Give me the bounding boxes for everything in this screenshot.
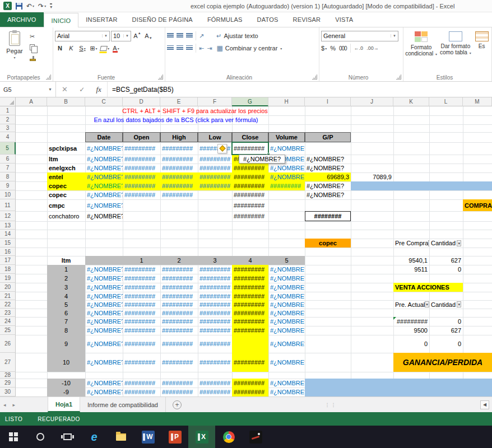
excel-taskbar-button[interactable]: X <box>188 426 215 448</box>
cell-C25[interactable]: #¿NOMBRE? <box>85 326 123 335</box>
cell-G29[interactable]: ######### <box>232 379 268 388</box>
hscroll-left-button[interactable]: ◀ <box>480 400 489 409</box>
cell-L26[interactable]: 0 <box>429 335 463 353</box>
number-format-combo[interactable]: General▼ <box>321 31 398 41</box>
cell-C8[interactable]: #¿NOMBRE? <box>85 172 123 181</box>
cell-H25[interactable]: #¿NOMBRE? <box>268 326 305 335</box>
row-header-10[interactable]: 10 <box>0 190 16 199</box>
cell-E27[interactable]: ######### <box>160 353 198 372</box>
ribbon-tab-insertar[interactable]: INSERTAR <box>78 12 124 27</box>
cell-C4[interactable]: Date <box>85 132 123 142</box>
increase-indent-icon[interactable]: ⇥ <box>207 45 212 52</box>
cell-D20[interactable]: ######### <box>123 283 160 292</box>
cell-C22[interactable]: #¿NOMBRE? <box>85 300 123 309</box>
orientation-icon[interactable]: ↗ <box>199 32 204 40</box>
column-header-D[interactable]: D <box>123 97 160 106</box>
row-header-9[interactable]: 9 <box>0 181 16 190</box>
cell-C23[interactable]: #¿NOMBRE? <box>85 309 123 317</box>
cell-C17[interactable] <box>85 256 123 265</box>
cell-K24[interactable]: ######### <box>393 317 429 326</box>
cell-C18[interactable]: #¿NOMBRE? <box>85 265 123 274</box>
cell-L22[interactable]: Cantidad▾ <box>429 300 463 309</box>
font-size-combo[interactable]: 10▼ <box>111 31 131 41</box>
cell-D27[interactable]: ######### <box>123 353 160 372</box>
cell-G10[interactable]: ######### <box>232 190 268 199</box>
cell-G22[interactable]: ######### <box>232 300 268 309</box>
column-header-M[interactable]: M <box>463 97 492 106</box>
cell-G17[interactable]: 4 <box>232 256 268 265</box>
cell-G19[interactable]: ######### <box>232 274 268 283</box>
cell-F21[interactable]: ######### <box>198 292 232 300</box>
cell-I4[interactable]: G/P <box>305 132 351 142</box>
cell-E29[interactable]: ######### <box>160 379 198 388</box>
cell-C1[interactable]: CTRL + ALT + SHIFT + F9 para actualizar … <box>85 106 305 115</box>
cell-H30[interactable]: #¿NOMBRE? <box>268 388 305 396</box>
comma-format-button[interactable]: 000 <box>339 45 347 52</box>
cell-C7[interactable]: #¿NOMBRE? <box>85 164 123 172</box>
cell-F9[interactable]: ######### <box>198 181 232 190</box>
cell-H8[interactable]: #¿NOMBRE? <box>268 172 305 181</box>
cell-I12[interactable]: ######## <box>305 211 351 221</box>
cell-J8[interactable]: 7089,9 <box>351 172 393 181</box>
cell-I10[interactable]: #¿NOMBRE? <box>305 190 351 199</box>
cell-I15[interactable]: copec <box>305 239 351 248</box>
cell-F6[interactable]: ######### <box>198 155 232 164</box>
ribbon-tab-archivo[interactable]: ARCHIVO <box>0 12 44 27</box>
cell-K27[interactable]: GANANCIA/PERDIDA <box>393 353 492 372</box>
cell-B26[interactable]: 9 <box>47 335 85 353</box>
cell-C5[interactable]: #¿NOMBRE? <box>85 142 123 155</box>
cell-G9[interactable]: ######### <box>232 181 268 190</box>
cell-L15[interactable]: Cantidad▾ <box>429 239 463 248</box>
cell-I29[interactable] <box>305 379 492 388</box>
row-header-8[interactable]: 8 <box>0 172 16 181</box>
column-header-H[interactable]: H <box>268 97 305 106</box>
cell-D4[interactable]: Open <box>123 132 160 142</box>
error-smarttag-icon[interactable] <box>217 144 227 153</box>
search-button[interactable] <box>27 426 54 448</box>
cell-D10[interactable]: ######### <box>123 190 160 199</box>
cell-H4[interactable]: Volume <box>268 132 305 142</box>
cell-L24[interactable]: 0 <box>429 317 463 326</box>
select-all-corner[interactable] <box>0 97 16 106</box>
align-center-icon[interactable] <box>177 45 183 51</box>
cell-B27[interactable]: 10 <box>47 353 85 372</box>
cell-B21[interactable]: 4 <box>47 292 85 300</box>
font-name-combo[interactable]: Arial▼ <box>55 31 110 41</box>
name-box[interactable]: G5 ▼ <box>0 82 56 97</box>
cell-B24[interactable]: 7 <box>47 317 85 326</box>
cell-D19[interactable]: ######### <box>123 274 160 283</box>
qat-customize-icon[interactable]: ▾ <box>50 3 52 9</box>
cell-F7[interactable]: ######### <box>198 164 232 172</box>
align-left-icon[interactable] <box>167 45 174 51</box>
cell-G24[interactable]: ######### <box>232 317 268 326</box>
cell-B8[interactable]: entel <box>47 172 85 181</box>
cell-styles-button[interactable]: Es <box>474 30 490 72</box>
cell-D24[interactable]: ######### <box>123 317 160 326</box>
row-header-24[interactable]: 24 <box>0 317 16 326</box>
cell-H19[interactable]: #¿NOMBRE? <box>268 274 305 283</box>
cell-C11[interactable]: #¿NOMBRE? <box>85 199 123 211</box>
cell-F27[interactable]: ######### <box>198 353 232 372</box>
row-header-14[interactable]: 14 <box>0 230 16 239</box>
cell-G30[interactable]: ######### <box>232 388 268 396</box>
column-header-A[interactable]: A <box>16 97 47 106</box>
cell-E6[interactable]: ######### <box>160 155 198 164</box>
cell-C9[interactable]: #¿NOMBRE? <box>85 181 123 190</box>
sheet-tab-hoja1[interactable]: Hoja1 <box>48 397 80 412</box>
cell-H17[interactable]: 5 <box>268 256 305 265</box>
format-painter-button[interactable] <box>30 54 36 62</box>
cell-F18[interactable]: ######### <box>198 265 232 274</box>
cell-K22[interactable]: Pre. Actual▾ <box>393 300 429 309</box>
cell-B19[interactable]: 2 <box>47 274 85 283</box>
cell-G21[interactable]: ######### <box>232 292 268 300</box>
cell-B9[interactable]: copec <box>47 181 85 190</box>
conditional-formatting-button[interactable]: Formato condicional ▾ <box>405 30 437 72</box>
cell-F26[interactable]: ######### <box>198 335 232 353</box>
cell-B29[interactable]: -10 <box>47 379 85 388</box>
cell-I30[interactable] <box>305 388 492 396</box>
decrease-decimal-button[interactable]: .00→ <box>366 45 379 51</box>
fill-color-button[interactable]: ▾ <box>100 43 110 53</box>
ribbon-tab-formulas[interactable]: FÓRMULAS <box>200 12 250 27</box>
align-bottom-icon[interactable] <box>186 33 193 39</box>
cell-G23[interactable]: ######### <box>232 309 268 317</box>
